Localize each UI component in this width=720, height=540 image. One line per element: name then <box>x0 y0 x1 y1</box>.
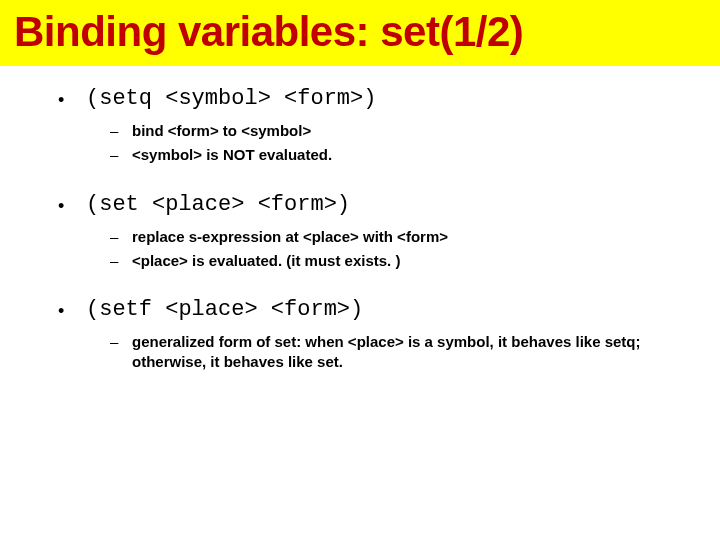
sub-list: – bind <form> to <symbol> – <symbol> is … <box>58 121 690 166</box>
list-item: • (setq <symbol> <form>) – bind <form> t… <box>58 86 690 166</box>
code-line: (setf <place> <form>) <box>86 297 363 322</box>
sub-item: – <place> is evaluated. (it must exists.… <box>110 251 690 271</box>
slide: Binding variables: set(1/2) • (setq <sym… <box>0 0 720 540</box>
sub-text: <place> is evaluated. (it must exists. ) <box>132 251 400 271</box>
sub-item: – bind <form> to <symbol> <box>110 121 690 141</box>
sub-text: bind <form> to <symbol> <box>132 121 311 141</box>
item-head: • (setq <symbol> <form>) <box>58 86 690 111</box>
sub-item: – generalized form of set: when <place> … <box>110 332 690 373</box>
item-head: • (set <place> <form>) <box>58 192 690 217</box>
sub-list: – generalized form of set: when <place> … <box>58 332 690 373</box>
content-area: • (setq <symbol> <form>) – bind <form> t… <box>0 66 720 373</box>
bullet-icon: • <box>58 197 86 215</box>
sub-text: <symbol> is NOT evaluated. <box>132 145 332 165</box>
sub-text: replace s-expression at <place> with <fo… <box>132 227 448 247</box>
bullet-icon: • <box>58 302 86 320</box>
list-item: • (set <place> <form>) – replace s-expre… <box>58 192 690 272</box>
item-head: • (setf <place> <form>) <box>58 297 690 322</box>
bullet-icon: • <box>58 91 86 109</box>
sub-item: – <symbol> is NOT evaluated. <box>110 145 690 165</box>
dash-icon: – <box>110 146 132 163</box>
dash-icon: – <box>110 252 132 269</box>
list-item: • (setf <place> <form>) – generalized fo… <box>58 297 690 373</box>
dash-icon: – <box>110 122 132 139</box>
code-line: (set <place> <form>) <box>86 192 350 217</box>
sub-text: generalized form of set: when <place> is… <box>132 332 690 373</box>
sub-item: – replace s-expression at <place> with <… <box>110 227 690 247</box>
title-band: Binding variables: set(1/2) <box>0 0 720 66</box>
dash-icon: – <box>110 228 132 245</box>
slide-title: Binding variables: set(1/2) <box>14 8 706 56</box>
dash-icon: – <box>110 333 132 350</box>
sub-list: – replace s-expression at <place> with <… <box>58 227 690 272</box>
code-line: (setq <symbol> <form>) <box>86 86 376 111</box>
